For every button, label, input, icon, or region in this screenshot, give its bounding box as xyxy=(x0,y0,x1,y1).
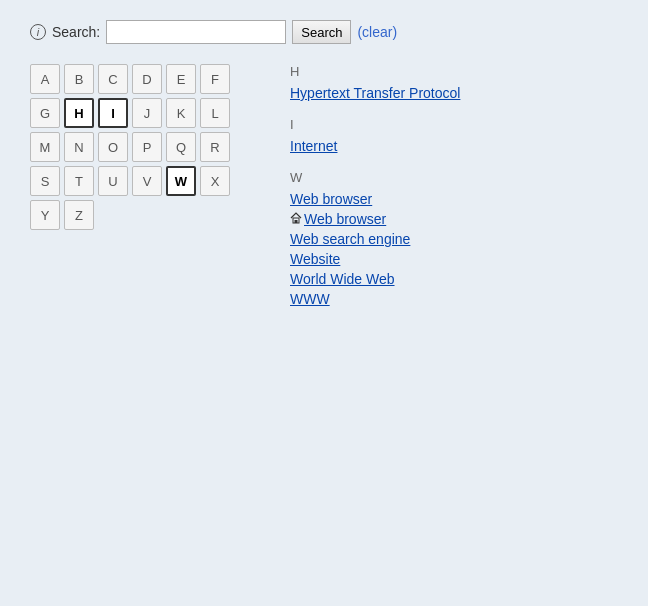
svg-rect-1 xyxy=(295,220,298,223)
result-link[interactable]: Web browser xyxy=(290,191,618,207)
alpha-row: ABCDEF xyxy=(30,64,270,94)
main-content: ABCDEFGHIJKLMNOPQRSTUVWXYZ HHypertext Tr… xyxy=(30,64,618,323)
alpha-row: GHIJKL xyxy=(30,98,270,128)
result-link[interactable]: Hypertext Transfer Protocol xyxy=(290,85,618,101)
alpha-btn-t[interactable]: T xyxy=(64,166,94,196)
result-link[interactable]: Web browser xyxy=(304,211,386,227)
alpha-btn-q[interactable]: Q xyxy=(166,132,196,162)
alpha-btn-d[interactable]: D xyxy=(132,64,162,94)
alpha-row: MNOPQR xyxy=(30,132,270,162)
alpha-btn-u[interactable]: U xyxy=(98,166,128,196)
alpha-btn-v[interactable]: V xyxy=(132,166,162,196)
alpha-btn-i[interactable]: I xyxy=(98,98,128,128)
results-panel: HHypertext Transfer ProtocolIInternetWWe… xyxy=(290,64,618,323)
search-input[interactable] xyxy=(106,20,286,44)
search-label: Search: xyxy=(52,24,100,40)
alpha-btn-x[interactable]: X xyxy=(200,166,230,196)
alpha-btn-w[interactable]: W xyxy=(166,166,196,196)
alpha-btn-s[interactable]: S xyxy=(30,166,60,196)
alpha-btn-h[interactable]: H xyxy=(64,98,94,128)
alphabet-grid: ABCDEFGHIJKLMNOPQRSTUVWXYZ xyxy=(30,64,270,323)
section-h: HHypertext Transfer Protocol xyxy=(290,64,618,101)
alpha-btn-j[interactable]: J xyxy=(132,98,162,128)
alpha-btn-g[interactable]: G xyxy=(30,98,60,128)
page: i Search: Search (clear) ABCDEFGHIJKLMNO… xyxy=(0,0,648,343)
alpha-btn-b[interactable]: B xyxy=(64,64,94,94)
alpha-btn-c[interactable]: C xyxy=(98,64,128,94)
alpha-btn-r[interactable]: R xyxy=(200,132,230,162)
alpha-btn-l[interactable]: L xyxy=(200,98,230,128)
result-link[interactable]: Internet xyxy=(290,138,618,154)
section-letter: I xyxy=(290,117,618,132)
result-link[interactable]: Web search engine xyxy=(290,231,618,247)
alpha-btn-y[interactable]: Y xyxy=(30,200,60,230)
result-link[interactable]: WWW xyxy=(290,291,618,307)
section-letter: W xyxy=(290,170,618,185)
alpha-btn-p[interactable]: P xyxy=(132,132,162,162)
result-item-with-icon: Web browser xyxy=(290,211,618,227)
alpha-row: YZ xyxy=(30,200,270,230)
alpha-btn-o[interactable]: O xyxy=(98,132,128,162)
result-link[interactable]: Website xyxy=(290,251,618,267)
home-icon xyxy=(290,211,302,227)
section-w: WWeb browser Web browserWeb search engin… xyxy=(290,170,618,307)
alpha-btn-a[interactable]: A xyxy=(30,64,60,94)
alpha-btn-k[interactable]: K xyxy=(166,98,196,128)
result-link[interactable]: World Wide Web xyxy=(290,271,618,287)
clear-link[interactable]: (clear) xyxy=(357,24,397,40)
section-i: IInternet xyxy=(290,117,618,154)
alpha-btn-m[interactable]: M xyxy=(30,132,60,162)
alpha-btn-e[interactable]: E xyxy=(166,64,196,94)
search-bar: i Search: Search (clear) xyxy=(30,20,618,44)
alpha-btn-f[interactable]: F xyxy=(200,64,230,94)
alpha-btn-z[interactable]: Z xyxy=(64,200,94,230)
section-letter: H xyxy=(290,64,618,79)
search-button[interactable]: Search xyxy=(292,20,351,44)
alpha-row: STUVWX xyxy=(30,166,270,196)
alpha-btn-n[interactable]: N xyxy=(64,132,94,162)
help-icon[interactable]: i xyxy=(30,24,46,40)
